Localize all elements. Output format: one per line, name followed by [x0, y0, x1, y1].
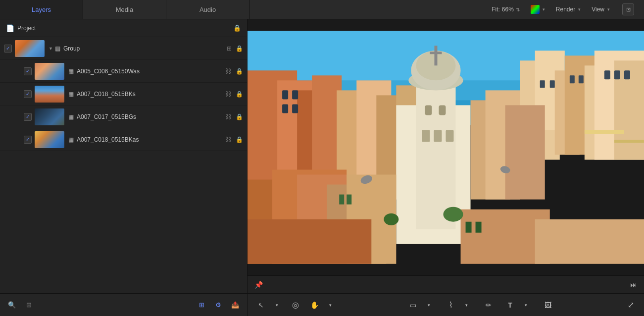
layout-button[interactable]: ⊟	[22, 298, 36, 312]
window-layout-icon: ⊡	[626, 6, 631, 13]
layer-visibility-checkbox[interactable]	[24, 90, 32, 98]
svg-rect-44	[422, 130, 430, 142]
svg-rect-39	[570, 75, 575, 83]
layer-lock-icon[interactable]: 🔒	[236, 136, 243, 143]
group-icon: ▦	[55, 45, 60, 52]
tab-layers-label: Layers	[32, 6, 51, 13]
layer-lock-icon[interactable]: 🔒	[236, 68, 243, 75]
svg-rect-47	[425, 105, 432, 115]
fit-label: Fit:	[492, 6, 500, 13]
layer-lock-icon[interactable]: 🔒	[236, 113, 243, 120]
layer-thumbnail	[35, 131, 64, 148]
fit-control[interactable]: Fit: 66% ⇅	[489, 5, 523, 14]
layer-actions: ⛓ 🔒	[226, 113, 243, 120]
layer-lock-icon[interactable]: 🔒	[236, 91, 243, 98]
search-button[interactable]: 🔍	[5, 298, 19, 312]
layer-row[interactable]: ▼ ▦ Group ⊞ 🔒	[0, 37, 247, 60]
project-lock-icon[interactable]: 🔒	[233, 24, 241, 32]
layer-link-icon[interactable]: ⛓	[226, 91, 232, 98]
color-picker-button[interactable]: ▾	[528, 4, 548, 15]
tab-layers[interactable]: Layers	[0, 0, 83, 19]
layer-row[interactable]: ▦ A007_C018_0515BKs ⛓ 🔒	[0, 83, 247, 105]
layer-link-icon[interactable]: ⛓	[226, 68, 232, 75]
svg-rect-36	[292, 104, 298, 113]
layer-name: A007_C018_0515BKs	[77, 91, 226, 98]
layer-name: A005_C006_05150Was	[77, 68, 226, 75]
select-options-button[interactable]: ▾	[269, 298, 284, 313]
grid-button[interactable]: ⊞	[195, 298, 208, 312]
layer-thumbnail	[15, 40, 45, 57]
preview-area[interactable]	[248, 19, 644, 275]
layer-row[interactable]: ▦ A007_C017_0515BGs ⛓ 🔒	[0, 105, 247, 128]
text-tool-group: T ▾	[503, 298, 534, 313]
image-tool-button[interactable]: 🖼	[541, 298, 555, 313]
text-options-button[interactable]: ▾	[519, 298, 534, 313]
film-strip-icon: ▦	[68, 113, 74, 120]
layer-link-icon[interactable]: ⛓	[226, 113, 232, 120]
select-tool-button[interactable]: ↖	[253, 298, 268, 313]
rect-options-button[interactable]: ▾	[422, 298, 437, 313]
svg-rect-33	[282, 90, 288, 99]
layer-thumbnail	[35, 63, 64, 80]
svg-rect-57	[347, 195, 351, 205]
layer-visibility-checkbox[interactable]	[24, 113, 32, 121]
orbit-icon: ◎	[292, 300, 299, 310]
layer-actions: ⛓ 🔒	[226, 91, 243, 98]
svg-rect-56	[339, 195, 344, 205]
settings-button[interactable]: ⚙	[211, 298, 225, 312]
curve-tool-button[interactable]: ⌇	[444, 298, 458, 313]
layer-copy-icon[interactable]: ⊞	[227, 45, 232, 52]
fit-value: 66%	[502, 6, 514, 13]
bottom-toolbar: ↖ ▾ ◎ ✋ ▾ ▭ ▾	[248, 293, 644, 316]
color-matrix-icon	[531, 5, 540, 14]
render-chevron-icon: ▾	[578, 7, 581, 12]
layer-visibility-checkbox[interactable]	[4, 45, 12, 53]
export-button[interactable]: 📤	[228, 298, 242, 312]
preview-panel: 📌 ⏭ ↖ ▾ ◎ ✋ ▾	[248, 19, 644, 316]
layers-list: ▼ ▦ Group ⊞ 🔒 ▦ A005_C006_05150Was ⛓ 🔒	[0, 37, 247, 293]
toolbar-center-tools: ▭ ▾ ⌇ ▾ ✏ T ▾ 🖼	[406, 298, 555, 313]
svg-rect-59	[476, 222, 482, 233]
layer-row[interactable]: ▦ A007_C018_0515BKas ⛓ 🔒	[0, 128, 247, 151]
layer-name: A007_C018_0515BKas	[77, 136, 226, 143]
pen-tool-button[interactable]: ✏	[481, 298, 496, 313]
skip-to-end-icon[interactable]: ⏭	[630, 281, 637, 289]
layer-thumbnail	[35, 86, 64, 103]
image-icon: 🖼	[545, 301, 551, 309]
orbit-tool-button[interactable]: ◎	[288, 298, 303, 313]
text-tool-button[interactable]: T	[503, 298, 518, 313]
rect-tool-group: ▭ ▾	[406, 298, 437, 313]
svg-rect-23	[434, 46, 437, 65]
render-button[interactable]: Render ▾	[553, 5, 584, 14]
svg-rect-27	[505, 105, 545, 199]
layer-row[interactable]: ▦ A005_C006_05150Was ⛓ 🔒	[0, 60, 247, 83]
svg-rect-40	[579, 75, 584, 83]
rectangle-tool-button[interactable]: ▭	[406, 298, 421, 313]
expand-button[interactable]: ⤢	[623, 298, 638, 313]
layer-visibility-checkbox[interactable]	[24, 136, 32, 144]
svg-point-61	[384, 213, 398, 225]
svg-point-60	[443, 207, 463, 222]
tab-media[interactable]: Media	[83, 0, 166, 19]
color-chevron-icon: ▾	[543, 7, 545, 12]
layer-lock-icon[interactable]: 🔒	[236, 45, 243, 52]
svg-rect-46	[446, 130, 454, 142]
pan-tool-button[interactable]: ✋	[307, 298, 322, 313]
pan-options-button[interactable]: ▾	[323, 298, 338, 313]
layer-name: Group	[63, 45, 227, 52]
tab-audio[interactable]: Audio	[166, 0, 249, 19]
film-strip-icon: ▦	[68, 136, 74, 143]
layer-visibility-checkbox[interactable]	[24, 67, 32, 75]
pin-icon[interactable]: 📌	[254, 281, 263, 289]
expand-arrow-icon[interactable]: ▼	[49, 46, 53, 51]
svg-rect-45	[434, 130, 442, 142]
view-button[interactable]: View ▾	[589, 5, 613, 14]
project-name: Project	[17, 25, 36, 32]
svg-rect-35	[282, 104, 288, 113]
curve-options-button[interactable]: ▾	[459, 298, 474, 313]
window-layout-button[interactable]: ⊡	[622, 3, 634, 15]
tab-media-label: Media	[116, 6, 133, 13]
curve-tool-group: ⌇ ▾	[444, 298, 474, 313]
tab-audio-label: Audio	[199, 6, 216, 13]
layer-link-icon[interactable]: ⛓	[226, 136, 232, 143]
